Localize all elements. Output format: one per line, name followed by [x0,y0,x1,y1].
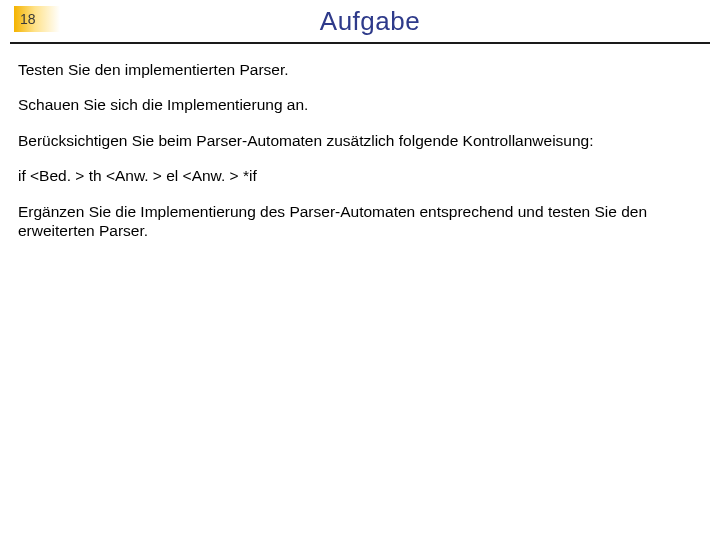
slide: 18 Aufgabe Testen Sie den implementierte… [0,6,720,540]
paragraph-5: Ergänzen Sie die Implementierung des Par… [18,202,702,241]
slide-content: Testen Sie den implementierten Parser. S… [0,44,720,240]
paragraph-4: if <Bed. > th <Anw. > el <Anw. > *if [18,166,702,185]
slide-title: Aufgabe [320,6,420,37]
paragraph-3: Berücksichtigen Sie beim Parser-Automate… [18,131,702,150]
page-number: 18 [20,11,36,27]
page-number-badge: 18 [14,6,60,32]
title-wrap: Aufgabe [60,6,720,36]
paragraph-2: Schauen Sie sich die Implementierung an. [18,95,702,114]
header-row: 18 Aufgabe [0,6,720,36]
paragraph-1: Testen Sie den implementierten Parser. [18,60,702,79]
